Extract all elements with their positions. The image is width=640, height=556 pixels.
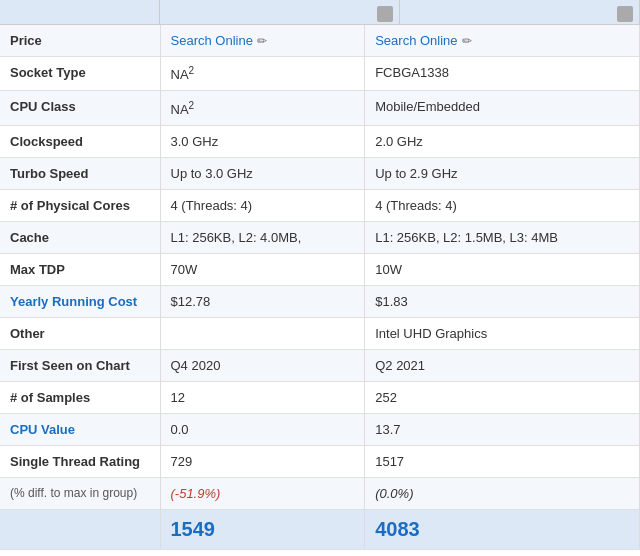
row-col1-1: NA2 <box>160 57 365 91</box>
row-label-3: Clockspeed <box>0 125 160 157</box>
edit-icon-col1[interactable]: ✏ <box>257 34 267 48</box>
score-value-col2: 4083 <box>375 518 420 540</box>
row-col2-10: Q2 2021 <box>365 349 640 381</box>
row-col1-10: Q4 2020 <box>160 349 365 381</box>
diff-col1: (-51.9%) <box>171 486 221 501</box>
row-label-7: Max TDP <box>0 253 160 285</box>
row-col2-0[interactable]: Search Online✏ <box>365 25 640 57</box>
row-col1-0[interactable]: Search Online✏ <box>160 25 365 57</box>
row-col2-13: 1517 <box>365 445 640 477</box>
header-col1 <box>160 0 400 24</box>
row-col2-6: L1: 256KB, L2: 1.5MB, L3: 4MB <box>365 221 640 253</box>
blue-label: Yearly Running Cost <box>10 294 137 309</box>
row-col2-5: 4 (Threads: 4) <box>365 189 640 221</box>
row-col1-9 <box>160 317 365 349</box>
row-col1-5: 4 (Threads: 4) <box>160 189 365 221</box>
comparison-table: PriceSearch Online✏Search Online✏Socket … <box>0 25 640 550</box>
row-label-2: CPU Class <box>0 91 160 125</box>
diff-col2: (0.0%) <box>375 486 413 501</box>
search-online-link-col2[interactable]: Search Online <box>375 33 457 48</box>
comparison-header <box>0 0 640 25</box>
row-col1-3: 3.0 GHz <box>160 125 365 157</box>
row-label-12: CPU Value <box>0 413 160 445</box>
row-col1-11: 12 <box>160 381 365 413</box>
row-label-9: Other <box>0 317 160 349</box>
row-col1-13: 729 <box>160 445 365 477</box>
blue-label: CPU Value <box>10 422 75 437</box>
row-col2-14: (0.0%) <box>365 477 640 509</box>
header-col2 <box>400 0 640 24</box>
row-col1-7: 70W <box>160 253 365 285</box>
row-label-8: Yearly Running Cost <box>0 285 160 317</box>
score-col2: 4083 <box>365 509 640 549</box>
row-col2-7: 10W <box>365 253 640 285</box>
close-col1-button[interactable] <box>377 6 393 22</box>
row-col2-11: 252 <box>365 381 640 413</box>
comparison-container: PriceSearch Online✏Search Online✏Socket … <box>0 0 640 550</box>
row-label-11: # of Samples <box>0 381 160 413</box>
row-label-6: Cache <box>0 221 160 253</box>
search-online-link-col1[interactable]: Search Online <box>171 33 253 48</box>
row-col1-2: NA2 <box>160 91 365 125</box>
row-label-10: First Seen on Chart <box>0 349 160 381</box>
row-col2-1: FCBGA1338 <box>365 57 640 91</box>
row-col2-9: Intel UHD Graphics <box>365 317 640 349</box>
row-col1-6: L1: 256KB, L2: 4.0MB, <box>160 221 365 253</box>
edit-icon-col2[interactable]: ✏ <box>462 34 472 48</box>
header-empty-cell <box>0 0 160 24</box>
row-col1-14: (-51.9%) <box>160 477 365 509</box>
row-col2-4: Up to 2.9 GHz <box>365 157 640 189</box>
row-col2-2: Mobile/Embedded <box>365 91 640 125</box>
row-col1-8: $12.78 <box>160 285 365 317</box>
row-col1-4: Up to 3.0 GHz <box>160 157 365 189</box>
row-col2-8: $1.83 <box>365 285 640 317</box>
close-col2-button[interactable] <box>617 6 633 22</box>
row-col2-12: 13.7 <box>365 413 640 445</box>
row-label-0: Price <box>0 25 160 57</box>
score-value-col1: 1549 <box>171 518 216 540</box>
row-label-1: Socket Type <box>0 57 160 91</box>
row-col2-3: 2.0 GHz <box>365 125 640 157</box>
row-label-13: Single Thread Rating <box>0 445 160 477</box>
score-label <box>0 509 160 549</box>
row-label-4: Turbo Speed <box>0 157 160 189</box>
row-col1-12: 0.0 <box>160 413 365 445</box>
score-col1: 1549 <box>160 509 365 549</box>
row-label-5: # of Physical Cores <box>0 189 160 221</box>
row-label-14: (% diff. to max in group) <box>0 477 160 509</box>
